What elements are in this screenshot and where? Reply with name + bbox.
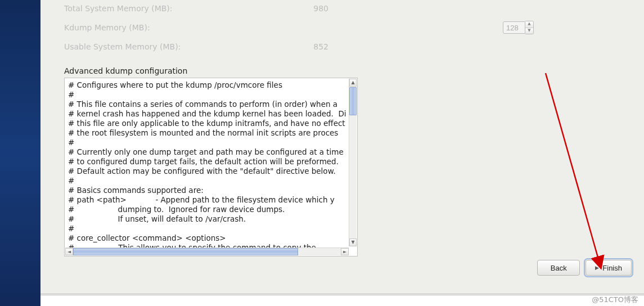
kdump-spin-controls[interactable]: ▲ ▼	[525, 21, 534, 34]
finish-button[interactable]: ▶ Finish	[586, 260, 632, 276]
spin-up-icon[interactable]: ▲	[525, 21, 533, 28]
spin-down-icon[interactable]: ▼	[525, 28, 533, 34]
watermark-text: @51CTO博客	[592, 295, 638, 305]
kdump-memory-row: Kdump Memory (MB): ▲ ▼	[64, 19, 633, 36]
kdump-memory-label: Kdump Memory (MB):	[64, 23, 295, 32]
finish-caret-icon: ▶	[595, 265, 599, 271]
scroll-right-icon[interactable]: ►	[341, 248, 349, 255]
dialog-buttons: Back ▶ Finish	[537, 260, 632, 276]
scroll-up-icon[interactable]: ▲	[349, 79, 357, 87]
advanced-section-title: Advanced kdump configuration	[64, 66, 633, 75]
kdump-config-dialog: Total System Memory (MB): 980 Kdump Memo…	[40, 0, 644, 294]
horizontal-scroll-thumb[interactable]	[73, 248, 298, 255]
scroll-down-icon[interactable]: ▼	[349, 238, 357, 246]
usable-memory-value: 852	[295, 42, 328, 51]
finish-label: Finish	[602, 264, 622, 272]
total-memory-value: 980	[295, 4, 328, 13]
usable-memory-label: Usable System Memory (MB):	[64, 42, 295, 51]
total-memory-row: Total System Memory (MB): 980	[64, 0, 633, 17]
kdump-memory-spinbox[interactable]: ▲ ▼	[503, 21, 534, 34]
kdump-memory-input[interactable]	[503, 21, 525, 34]
vertical-scroll-thumb[interactable]	[349, 87, 357, 115]
horizontal-scroll-track[interactable]	[73, 248, 341, 255]
window-bottom-border	[40, 294, 644, 306]
scroll-left-icon[interactable]: ◄	[65, 248, 73, 255]
back-label: Back	[551, 264, 567, 272]
usable-memory-row: Usable System Memory (MB): 852	[64, 38, 633, 55]
advanced-config-box: ▲ ▼ ◄ ►	[64, 78, 358, 256]
advanced-config-textarea[interactable]	[65, 78, 357, 256]
back-button[interactable]: Back	[537, 260, 580, 276]
desktop-background	[0, 0, 40, 306]
vertical-scrollbar[interactable]: ▲ ▼	[349, 79, 357, 246]
horizontal-scrollbar[interactable]: ◄ ►	[65, 248, 349, 255]
total-memory-label: Total System Memory (MB):	[64, 4, 295, 13]
